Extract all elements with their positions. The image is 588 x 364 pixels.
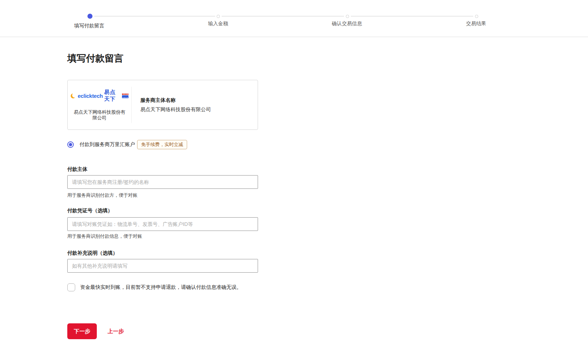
note-label: 付款补充说明（选填）: [67, 250, 258, 256]
payer-label: 付款主体: [67, 166, 258, 172]
logo-crescent-icon: [71, 93, 76, 99]
confirm-checkbox[interactable]: [67, 283, 75, 291]
merchant-info-block: 服务商主体名称 易点天下网络科技股份有限公司: [132, 80, 258, 129]
voucher-helper: 用于服务商识别付款信息，便于对账: [67, 233, 258, 239]
logo-text-en: eclicktech: [78, 93, 103, 99]
confirm-row: 资金最快实时到账，目前暂不支持申请退款，请确认付款信息准确无误。: [67, 283, 258, 291]
form-group-payer: 付款主体 用于服务商识别付款方，便于对账: [67, 166, 258, 198]
merchant-name-label: 服务商主体名称: [140, 97, 258, 104]
step-dot: [346, 15, 349, 18]
stepper-connector: [222, 16, 344, 17]
voucher-input[interactable]: [67, 217, 258, 231]
payment-option-row: 付款到服务商万里汇账户 免手续费，实时立减: [67, 140, 258, 150]
step-dot-active: [87, 14, 92, 19]
voucher-label: 付款凭证号（选填）: [67, 208, 258, 214]
payer-input[interactable]: [67, 175, 258, 189]
logo-text-cn: 易点天下: [104, 89, 121, 103]
step-label-confirm-info: 确认交易信息: [332, 21, 362, 27]
merchant-name-value: 易点天下网络科技股份有限公司: [140, 106, 258, 113]
stepper-header: 填写付款留言 输入金额 确认交易信息 交易结果: [0, 0, 588, 37]
payer-helper: 用于服务商识别付款方，便于对账: [67, 192, 258, 198]
stepper-connector: [351, 16, 473, 17]
payment-option-label[interactable]: 付款到服务商万里汇账户: [80, 141, 135, 148]
confirm-checkbox-label: 资金最快实时到账，目前暂不支持申请退款，请确认付款信息准确无误。: [80, 284, 241, 291]
note-input[interactable]: [67, 259, 258, 273]
logo-seal-icon: [122, 94, 128, 98]
stepper-connector: [94, 16, 215, 17]
step-label-result: 交易结果: [466, 21, 486, 27]
step-dot: [217, 15, 220, 18]
step-label-fill-message: 填写付款留言: [74, 23, 104, 29]
page-title: 填写付款留言: [67, 53, 258, 63]
step-label-enter-amount: 输入金额: [208, 21, 228, 27]
payment-option-radio[interactable]: [67, 141, 74, 148]
fee-free-badge: 免手续费，实时立减: [137, 140, 187, 149]
merchant-card: eclicktech 易点天下 易点天下网络科技股份有限公司 服务商主体名称 易…: [67, 80, 258, 130]
merchant-logo-caption: 易点天下网络科技股份有限公司: [72, 109, 127, 121]
merchant-logo-block: eclicktech 易点天下 易点天下网络科技股份有限公司: [68, 80, 131, 129]
step-dot: [475, 15, 478, 18]
next-step-button[interactable]: 下一步: [67, 323, 97, 339]
form-group-voucher: 付款凭证号（选填） 用于服务商识别付款信息，便于对账: [67, 208, 258, 239]
action-buttons: 下一步 上一步: [67, 323, 258, 339]
form-group-note: 付款补充说明（选填）: [67, 250, 258, 273]
prev-step-button[interactable]: 上一步: [108, 328, 124, 335]
payment-form-page: 填写付款留言 eclicktech 易点天下 易点天下网络科技股份有限公司 服务…: [0, 53, 258, 339]
merchant-logo: eclicktech 易点天下: [71, 89, 128, 103]
